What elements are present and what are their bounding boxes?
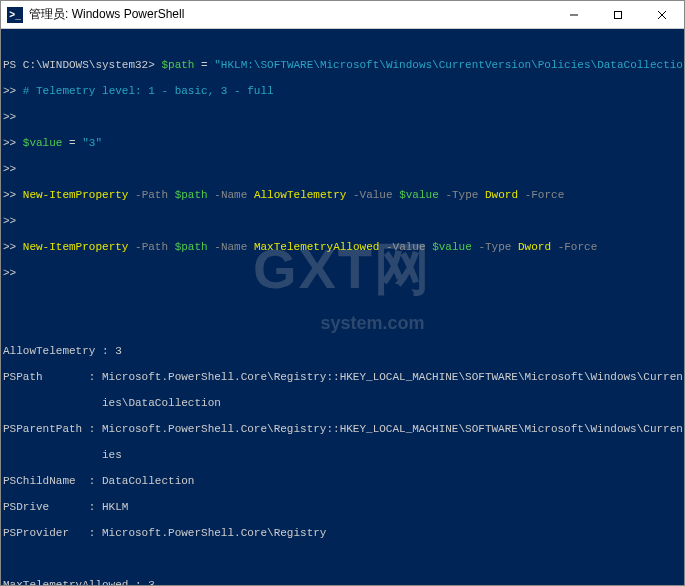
out2-header: MaxTelemetryAllowed : 3 bbox=[3, 579, 682, 585]
cmd-line-7: >> bbox=[3, 215, 682, 228]
close-button[interactable] bbox=[640, 1, 684, 28]
blank bbox=[3, 553, 682, 566]
out1-psparent: PSParentPath : Microsoft.PowerShell.Core… bbox=[3, 423, 682, 436]
maximize-button[interactable] bbox=[596, 1, 640, 28]
window-controls bbox=[552, 1, 684, 28]
cmd-line-4: >> $value = "3" bbox=[3, 137, 682, 150]
out1-pspath2: ies\DataCollection bbox=[3, 397, 682, 410]
out1-provider: PSProvider : Microsoft.PowerShell.Core\R… bbox=[3, 527, 682, 540]
app-icon: >_ bbox=[7, 7, 23, 23]
out1-pspath: PSPath : Microsoft.PowerShell.Core\Regis… bbox=[3, 371, 682, 384]
svg-rect-1 bbox=[615, 11, 622, 18]
cmd-line-9: >> bbox=[3, 267, 682, 280]
minimize-button[interactable] bbox=[552, 1, 596, 28]
cmd-line-6: >> New-ItemProperty -Path $path -Name Al… bbox=[3, 189, 682, 202]
blank bbox=[3, 293, 682, 306]
cmd-line-2: >> # Telemetry level: 1 - basic, 3 - ful… bbox=[3, 85, 682, 98]
blank bbox=[3, 319, 682, 332]
cmd-line-1: PS C:\WINDOWS\system32> $path = "HKLM:\S… bbox=[3, 59, 682, 72]
cmd-line-3: >> bbox=[3, 111, 682, 124]
out1-psparent2: ies bbox=[3, 449, 682, 462]
titlebar[interactable]: >_ 管理员: Windows PowerShell bbox=[1, 1, 684, 29]
cmd-line-8: >> New-ItemProperty -Path $path -Name Ma… bbox=[3, 241, 682, 254]
powershell-window: >_ 管理员: Windows PowerShell GXT网 system.c… bbox=[0, 0, 685, 586]
window-title: 管理员: Windows PowerShell bbox=[29, 6, 552, 23]
out1-child: PSChildName : DataCollection bbox=[3, 475, 682, 488]
terminal-area[interactable]: GXT网 system.com PS C:\WINDOWS\system32> … bbox=[1, 29, 684, 585]
out1-header: AllowTelemetry : 3 bbox=[3, 345, 682, 358]
cmd-line-5: >> bbox=[3, 163, 682, 176]
out1-drive: PSDrive : HKLM bbox=[3, 501, 682, 514]
watermark: GXT网 system.com bbox=[253, 214, 432, 355]
